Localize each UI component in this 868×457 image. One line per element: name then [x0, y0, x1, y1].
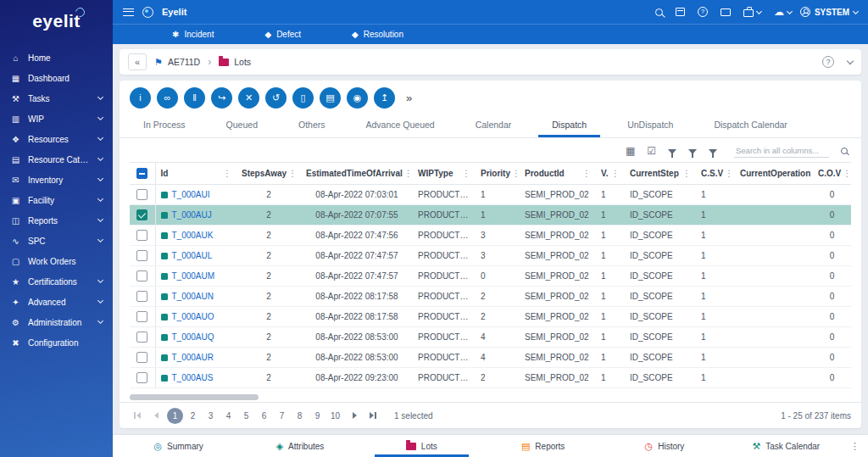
- lot-id-link[interactable]: T_000AUJ: [172, 210, 212, 220]
- lot-id-link[interactable]: T_000AUO: [172, 312, 214, 321]
- print-button[interactable]: ▤: [320, 87, 341, 109]
- column-menu-icon[interactable]: ⋮: [812, 169, 813, 178]
- table-row[interactable]: T_000AUS208-Apr-2022 09:23:00PRODUCTION2…: [130, 368, 851, 388]
- column-chooser-icon[interactable]: ▦: [626, 146, 635, 156]
- sidebar-item-wip[interactable]: ▥WIP: [0, 109, 113, 129]
- search-icon[interactable]: [841, 148, 848, 154]
- row-checkbox[interactable]: [136, 230, 147, 241]
- lot-id-link[interactable]: T_000AUK: [172, 231, 214, 240]
- overflow-menu-icon[interactable]: ⋮: [847, 435, 863, 457]
- sidebar-item-spc[interactable]: ∿SPC: [0, 231, 113, 251]
- lot-id-link[interactable]: T_000AUI: [172, 190, 210, 199]
- column-header-c-o-v[interactable]: C.O.V⋮: [813, 163, 851, 185]
- row-checkbox[interactable]: [136, 352, 147, 363]
- row-checkbox[interactable]: [136, 332, 147, 343]
- sidebar-item-inventory[interactable]: ✉Inventory: [0, 170, 113, 190]
- undo-button[interactable]: ↺: [265, 87, 287, 109]
- row-checkbox[interactable]: [136, 209, 147, 220]
- view-tab-others[interactable]: Others: [278, 112, 346, 137]
- page-button-10[interactable]: 10: [327, 408, 343, 424]
- table-row[interactable]: T_000AUL208-Apr-2022 07:47:57PRODUCTION3…: [130, 246, 851, 266]
- row-checkbox[interactable]: [136, 372, 147, 383]
- bottom-tab-attributes[interactable]: ◈Attributes: [239, 435, 360, 457]
- search-icon[interactable]: [655, 8, 663, 16]
- table-row[interactable]: T_000AUR208-Apr-2022 08:53:00PRODUCTION4…: [130, 348, 851, 368]
- sidebar-item-resource-categories[interactable]: ▤Resource Categories: [0, 149, 113, 170]
- table-row[interactable]: T_000AUI208-Apr-2022 07:03:01PRODUCTION1…: [130, 185, 851, 205]
- calendar-icon[interactable]: [676, 8, 685, 16]
- lot-id-link[interactable]: T_000AUQ: [172, 332, 214, 342]
- column-header-stepsaway[interactable]: StepsAway⋮: [236, 163, 301, 185]
- prev-page-button[interactable]: [148, 408, 164, 423]
- sidebar-item-home[interactable]: ⌂Home: [0, 47, 113, 68]
- sidebar-item-facility[interactable]: ▣Facility: [0, 190, 113, 210]
- lot-id-link[interactable]: T_000AUN: [172, 292, 214, 301]
- view-tab-calendar[interactable]: Calendar: [455, 112, 532, 137]
- column-header-currentstep[interactable]: CurrentStep⋮: [625, 163, 696, 185]
- column-header-productid[interactable]: ProductId⋮: [520, 163, 596, 185]
- bottom-tab-reports[interactable]: ▤Reports: [482, 435, 604, 457]
- help-icon[interactable]: ?: [698, 7, 708, 17]
- sidebar-item-certifications[interactable]: ★Certifications: [0, 271, 113, 292]
- row-checkbox[interactable]: [136, 189, 147, 200]
- row-checkbox[interactable]: [136, 311, 147, 322]
- bottom-tab-lots[interactable]: Lots: [361, 435, 482, 457]
- hold-button[interactable]: ‖: [184, 87, 205, 109]
- module-tab-incident[interactable]: ✱Incident: [147, 25, 239, 44]
- view-tab-queued[interactable]: Queued: [206, 112, 278, 137]
- collapse-breadcrumb-button[interactable]: «: [128, 53, 147, 70]
- table-row[interactable]: T_000AUQ208-Apr-2022 08:53:00PRODUCTION4…: [130, 327, 851, 348]
- last-page-button[interactable]: [365, 408, 381, 423]
- sidebar-item-resources[interactable]: ❖Resources: [0, 129, 113, 149]
- sidebar-item-dashboard[interactable]: ▦Dashboard: [0, 68, 113, 88]
- view-tab-dispatch[interactable]: Dispatch: [531, 112, 607, 137]
- apps-icon[interactable]: [721, 8, 731, 16]
- delete-button[interactable]: ▯: [292, 87, 314, 109]
- view-tab-in-process[interactable]: In Process: [123, 112, 206, 137]
- table-row[interactable]: T_000AUJ208-Apr-2022 07:07:55PRODUCTION1…: [130, 205, 851, 226]
- row-checkbox[interactable]: [136, 250, 147, 261]
- snapshot-button[interactable]: ◉: [347, 87, 368, 109]
- sidebar-item-reports[interactable]: ◫Reports: [0, 210, 113, 231]
- page-button-3[interactable]: 3: [203, 408, 219, 424]
- column-menu-icon[interactable]: ⋮: [843, 169, 851, 178]
- user-menu[interactable]: SYSTEM: [800, 7, 858, 17]
- column-menu-icon[interactable]: ⋮: [512, 169, 520, 178]
- bottom-tab-summary[interactable]: ◎Summary: [118, 435, 239, 457]
- help-icon[interactable]: ?: [822, 56, 834, 68]
- chevron-down-icon[interactable]: [847, 57, 854, 64]
- checkbox-selection-icon[interactable]: ☑: [647, 146, 656, 156]
- module-tab-defect[interactable]: ◆Defect: [239, 25, 326, 44]
- breadcrumb-leaf[interactable]: Lots: [219, 57, 251, 67]
- table-row[interactable]: T_000AUM208-Apr-2022 07:47:57PRODUCTION0…: [130, 266, 851, 287]
- column-header-v-[interactable]: V.⋮: [596, 163, 625, 185]
- page-button-4[interactable]: 4: [220, 408, 236, 424]
- filter-clear-icon[interactable]: [709, 149, 717, 154]
- details-button[interactable]: i: [130, 87, 151, 109]
- breadcrumb-node[interactable]: ⚑ AE711D: [154, 57, 200, 67]
- search-input[interactable]: [736, 146, 827, 155]
- row-checkbox[interactable]: [136, 291, 147, 302]
- view-tab-advance-queued[interactable]: Advance Queued: [346, 112, 455, 137]
- page-button-6[interactable]: 6: [256, 408, 272, 424]
- column-header-id[interactable]: Id⋮: [155, 163, 236, 185]
- column-menu-icon[interactable]: ⋮: [682, 169, 691, 178]
- filter-icon[interactable]: [668, 149, 676, 154]
- column-header-currentoperation[interactable]: CurrentOperation⋮: [735, 163, 813, 185]
- column-menu-icon[interactable]: ⋮: [288, 169, 297, 178]
- column-menu-icon[interactable]: ⋮: [725, 169, 733, 178]
- lot-id-link[interactable]: T_000AUS: [172, 373, 214, 382]
- page-button-5[interactable]: 5: [238, 408, 254, 424]
- table-row[interactable]: T_000AUK208-Apr-2022 07:47:56PRODUCTION3…: [130, 226, 851, 246]
- view-tab-undispatch[interactable]: UnDispatch: [607, 112, 693, 137]
- module-tab-resolution[interactable]: ◆Resolution: [326, 25, 429, 44]
- page-button-9[interactable]: 9: [309, 408, 326, 424]
- export-button[interactable]: ↥: [374, 87, 395, 109]
- page-button-8[interactable]: 8: [292, 408, 308, 424]
- column-header-priority[interactable]: Priority⋮: [476, 163, 520, 185]
- lot-id-link[interactable]: T_000AUM: [172, 271, 215, 281]
- page-button-2[interactable]: 2: [185, 408, 201, 424]
- scrollbar-thumb[interactable]: [130, 394, 259, 400]
- first-page-button[interactable]: [130, 408, 145, 423]
- column-menu-icon[interactable]: ⋮: [611, 169, 620, 178]
